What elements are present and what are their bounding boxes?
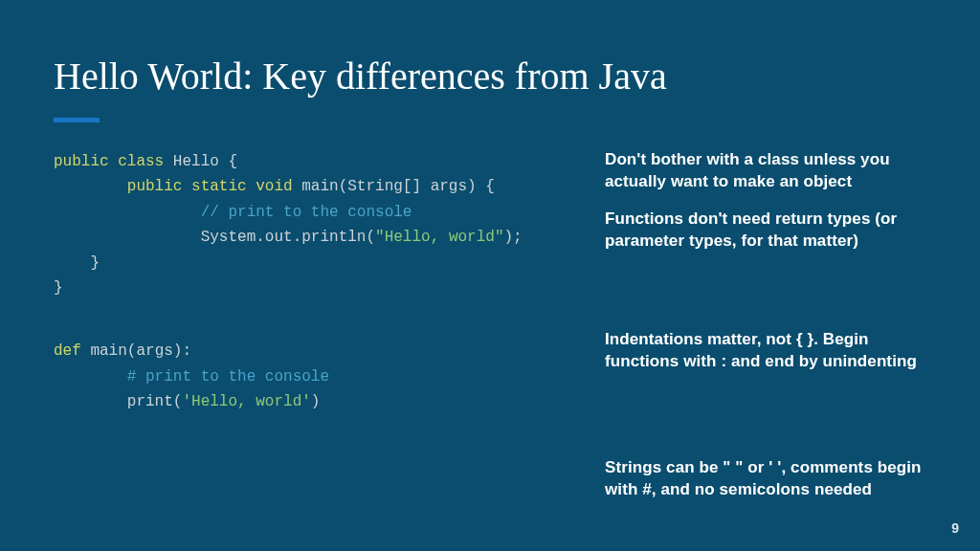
- py-text: main(args):: [81, 342, 191, 360]
- note-text: Functions don't need return types (or pa…: [605, 209, 926, 253]
- java-indent: [54, 178, 127, 195]
- python-code-block: def main(args): # print to the console p…: [54, 339, 590, 414]
- java-code-block: public class Hello { public static void …: [54, 149, 590, 300]
- py-string: 'Hello, world': [182, 393, 310, 410]
- java-comment: // print to the console: [201, 204, 412, 221]
- py-indent: [54, 368, 127, 386]
- py-text: ): [311, 393, 321, 410]
- content-row: public class Hello { public static void …: [54, 149, 926, 517]
- note-text: Strings can be " " or ' ', comments begi…: [605, 457, 926, 501]
- slide: Hello World: Key differences from Java p…: [0, 0, 980, 551]
- note-gap: [605, 388, 926, 457]
- java-text: }: [54, 254, 100, 272]
- java-keyword: public static void: [127, 178, 293, 195]
- java-keyword: public class: [54, 153, 164, 170]
- py-indent: [54, 393, 127, 410]
- java-text: System.out.println(: [201, 229, 375, 246]
- java-text: main(String[] args) {: [293, 178, 495, 195]
- note-text: Indentations matter, not { }. Begin func…: [605, 329, 926, 373]
- py-comment: # print to the console: [127, 368, 329, 386]
- note-gap: [605, 268, 926, 329]
- notes-column: Don't bother with a class unless you act…: [605, 149, 926, 517]
- java-text: }: [54, 279, 63, 297]
- slide-title: Hello World: Key differences from Java: [54, 54, 926, 99]
- py-keyword: def: [54, 342, 81, 360]
- note-text: Don't bother with a class unless you act…: [605, 149, 926, 193]
- java-text: );: [503, 229, 522, 246]
- java-string: "Hello, world": [375, 229, 503, 246]
- java-indent: [54, 204, 201, 221]
- java-text: Hello {: [164, 153, 237, 170]
- code-column: public class Hello { public static void …: [54, 149, 590, 517]
- java-indent: [54, 229, 201, 246]
- accent-line: [54, 118, 100, 122]
- py-text: print(: [127, 393, 183, 410]
- page-number: 9: [951, 520, 959, 536]
